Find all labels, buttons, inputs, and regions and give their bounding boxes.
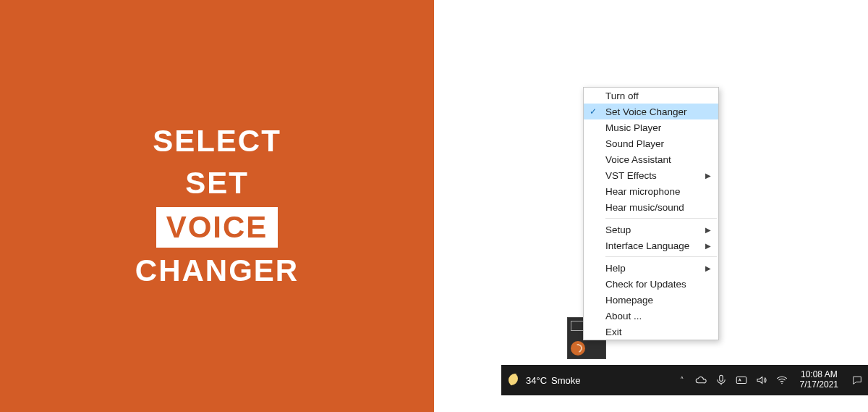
menu-setup[interactable]: Setup ▶ bbox=[584, 222, 718, 237]
menu-item-label: About ... bbox=[605, 311, 642, 321]
wifi-icon[interactable] bbox=[775, 374, 788, 387]
menu-interface-language[interactable]: Interface Language ▶ bbox=[584, 237, 718, 253]
menu-item-label: Set Voice Changer bbox=[605, 106, 687, 117]
menu-item-label: VST Effects bbox=[605, 170, 657, 181]
taskbar-clock[interactable]: 10:08 AM 7/17/2021 bbox=[796, 370, 843, 390]
hero-text: SELECT SET VOICE CHANGER bbox=[135, 122, 299, 290]
weather-label: Smoke bbox=[551, 375, 580, 386]
menu-homepage[interactable]: Homepage bbox=[584, 292, 718, 308]
hero-line-4: CHANGER bbox=[135, 252, 299, 290]
hero-line-2: SET bbox=[185, 164, 249, 203]
volume-icon[interactable] bbox=[755, 374, 768, 387]
svg-point-2 bbox=[781, 383, 783, 384]
menu-voice-assistant[interactable]: Voice Assistant bbox=[584, 151, 718, 167]
chevron-right-icon: ▶ bbox=[705, 172, 711, 180]
input-language-icon[interactable] bbox=[735, 374, 748, 387]
taskbar: 34°C Smoke ˄ 10:08 AM 7/17/2021 bbox=[501, 365, 868, 395]
system-tray: ˄ 10:08 AM 7/17/2021 bbox=[671, 365, 868, 395]
weather-temp: 34°C bbox=[526, 375, 547, 386]
svg-rect-1 bbox=[736, 377, 746, 384]
menu-check-updates[interactable]: Check for Updates bbox=[584, 276, 718, 292]
menu-item-label: Interface Language bbox=[605, 240, 689, 251]
clock-time: 10:08 AM bbox=[801, 370, 838, 380]
chevron-right-icon: ▶ bbox=[705, 226, 711, 234]
cloud-icon[interactable] bbox=[694, 374, 707, 387]
menu-item-label: Music Player bbox=[605, 122, 661, 133]
clock-date: 7/17/2021 bbox=[800, 380, 838, 390]
hero-line-1: SELECT bbox=[153, 122, 281, 161]
tray-overflow-button[interactable]: ˄ bbox=[677, 376, 687, 385]
monitor-icon[interactable] bbox=[571, 321, 584, 331]
hero-panel: SELECT SET VOICE CHANGER bbox=[0, 0, 434, 412]
menu-set-voice-changer[interactable]: ✓ Set Voice Changer bbox=[584, 104, 718, 119]
menu-vst-effects[interactable]: VST Effects ▶ bbox=[584, 167, 718, 183]
menu-turn-off[interactable]: Turn off bbox=[584, 88, 718, 104]
menu-item-label: Setup bbox=[605, 224, 631, 235]
menu-separator bbox=[605, 218, 717, 219]
check-icon: ✓ bbox=[590, 106, 597, 117]
menu-hear-music-sound[interactable]: Hear music/sound bbox=[584, 199, 718, 215]
menu-item-label: Sound Player bbox=[605, 138, 664, 149]
menu-about[interactable]: About ... bbox=[584, 308, 718, 324]
app-spiral-icon[interactable] bbox=[571, 341, 585, 356]
menu-item-label: Homepage bbox=[605, 295, 653, 306]
weather-moon-icon bbox=[509, 374, 522, 387]
hero-line-3: VOICE bbox=[156, 207, 278, 248]
svg-rect-0 bbox=[719, 375, 723, 381]
microphone-icon[interactable] bbox=[715, 374, 728, 387]
menu-music-player[interactable]: Music Player bbox=[584, 119, 718, 135]
chevron-right-icon: ▶ bbox=[705, 264, 711, 272]
menu-item-label: Hear microphone bbox=[605, 186, 681, 197]
menu-separator bbox=[605, 256, 717, 257]
menu-help[interactable]: Help ▶ bbox=[584, 260, 718, 276]
tray-context-menu: Turn off ✓ Set Voice Changer Music Playe… bbox=[583, 87, 719, 340]
menu-item-label: Turn off bbox=[605, 91, 639, 101]
menu-hear-microphone[interactable]: Hear microphone bbox=[584, 183, 718, 199]
weather-widget[interactable]: 34°C Smoke bbox=[501, 374, 588, 387]
chevron-right-icon: ▶ bbox=[705, 242, 711, 250]
menu-sound-player[interactable]: Sound Player bbox=[584, 135, 718, 151]
menu-item-label: Hear music/sound bbox=[605, 202, 684, 213]
menu-item-label: Exit bbox=[605, 327, 622, 337]
menu-item-label: Voice Assistant bbox=[605, 154, 671, 165]
notifications-button[interactable] bbox=[850, 365, 864, 395]
menu-item-label: Help bbox=[605, 263, 626, 274]
menu-exit[interactable]: Exit bbox=[584, 324, 718, 340]
menu-item-label: Check for Updates bbox=[605, 279, 686, 290]
